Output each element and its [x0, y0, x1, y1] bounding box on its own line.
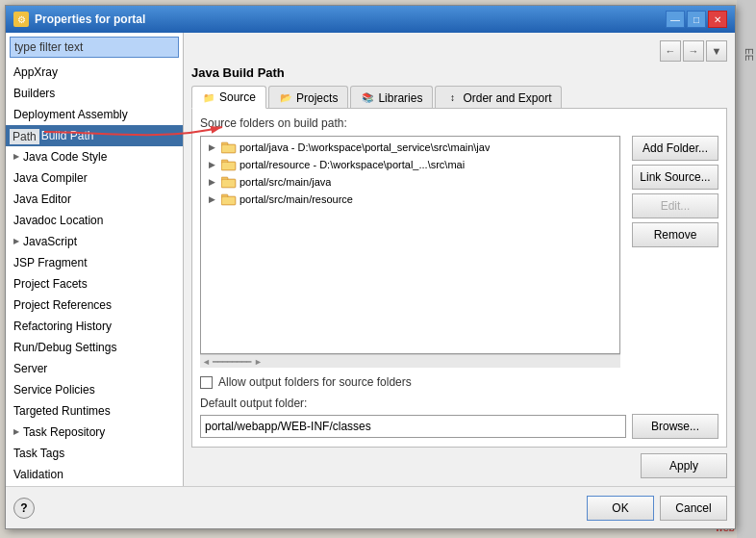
- tab-projects[interactable]: 📂Projects: [268, 86, 348, 109]
- sidebar-item[interactable]: Project Facets: [6, 273, 183, 295]
- sidebar-item[interactable]: Java Code Style: [6, 146, 183, 167]
- list-side: ▶ portal/java - D:\workspace\portal_serv…: [200, 136, 620, 368]
- sidebar-item[interactable]: Deployment Assembly: [6, 104, 183, 125]
- tab-icon: 📂: [279, 91, 292, 105]
- folder-icon: [221, 158, 237, 171]
- list-item[interactable]: ▶ portal/src/main/java: [201, 173, 619, 191]
- sidebar-item[interactable]: Task Tags: [6, 443, 183, 464]
- allow-output-folders-row: Allow output folders for source folders: [200, 375, 718, 389]
- cancel-button[interactable]: Cancel: [660, 496, 727, 521]
- svg-rect-8: [222, 180, 235, 187]
- right-buttons: Add Folder... Link Source... Edit... Rem…: [632, 136, 718, 368]
- sidebar-item[interactable]: Web Content Settings: [6, 485, 183, 486]
- tab-bar: 📁Source📂Projects📚Libraries↕Order and Exp…: [191, 86, 727, 109]
- sidebar-item[interactable]: Task Repository: [6, 422, 183, 443]
- content-area: ← → ▼ Java Build Path 📁Source📂Projects📚L…: [184, 33, 735, 486]
- minimize-button[interactable]: —: [666, 11, 685, 28]
- window-icon: ⚙: [13, 12, 29, 27]
- svg-rect-11: [222, 197, 235, 204]
- ok-button[interactable]: OK: [587, 496, 654, 521]
- sidebar-item[interactable]: JSP Fragment: [6, 252, 183, 273]
- apply-button[interactable]: Apply: [641, 453, 727, 478]
- svg-rect-4: [221, 160, 228, 163]
- nav-dropdown-button[interactable]: ▼: [706, 40, 727, 62]
- tree-expand-icon: ▶: [205, 175, 218, 189]
- list-item[interactable]: ▶ portal/resource - D:\workspace\portal_…: [201, 156, 619, 173]
- tab-panel: Source folders on build path: ▶ portal/j…: [191, 108, 727, 448]
- right-edge-panel: EE: [737, 0, 756, 538]
- dialog-footer: ? OK Cancel: [6, 486, 735, 528]
- source-item-text: portal/resource - D:\workspace\portal_..…: [239, 159, 465, 170]
- dialog-body: AppXrayBuildersDeployment AssemblyJava B…: [6, 33, 735, 486]
- add-folder-button[interactable]: Add Folder...: [632, 136, 718, 161]
- properties-dialog: ⚙ Properties for portal — □ ✕ AppXrayBui…: [5, 5, 736, 529]
- allow-output-checkbox[interactable]: [200, 376, 213, 389]
- svg-rect-7: [221, 177, 228, 180]
- help-button[interactable]: ?: [13, 498, 35, 519]
- link-source-button[interactable]: Link Source...: [632, 165, 718, 190]
- window-title: Properties for portal: [35, 13, 666, 26]
- sidebar-item[interactable]: AppXray: [6, 62, 183, 83]
- list-and-buttons: ▶ portal/java - D:\workspace\portal_serv…: [200, 136, 718, 368]
- tab-icon: 📚: [361, 91, 374, 105]
- sidebar-item[interactable]: Java Compiler: [6, 167, 183, 189]
- sidebar-item[interactable]: Java Editor: [6, 189, 183, 210]
- source-item-text: portal/src/main/java: [239, 176, 331, 188]
- sidebar-item[interactable]: Builders: [6, 83, 183, 104]
- svg-rect-5: [222, 163, 235, 169]
- sidebar-item[interactable]: Project References: [6, 295, 183, 316]
- browse-button[interactable]: Browse...: [632, 414, 718, 439]
- source-item-text: portal/java - D:\workspace\portal_servic…: [239, 141, 490, 153]
- tab-icon: 📁: [202, 90, 215, 104]
- filter-input[interactable]: [10, 37, 179, 58]
- forward-button[interactable]: →: [683, 40, 704, 62]
- sidebar-item[interactable]: Java Build Path: [6, 125, 183, 146]
- output-section: Default output folder: Browse...: [200, 397, 718, 439]
- section-title: Java Build Path: [191, 65, 727, 80]
- svg-rect-1: [221, 142, 228, 145]
- footer-right: OK Cancel: [587, 496, 727, 521]
- folder-icon: [221, 192, 237, 206]
- tab-source[interactable]: 📁Source: [191, 86, 266, 109]
- svg-rect-2: [222, 145, 235, 152]
- sidebar-item[interactable]: Server: [6, 358, 183, 379]
- tab-order-and-export[interactable]: ↕Order and Export: [435, 86, 562, 109]
- svg-rect-10: [221, 194, 228, 197]
- list-item[interactable]: ▶ portal/java - D:\workspace\portal_serv…: [201, 139, 619, 156]
- horizontal-scrollbar[interactable]: ◄ ━━━━━━━━ ►: [200, 354, 620, 368]
- sidebar-item[interactable]: Refactoring History: [6, 316, 183, 337]
- sidebar-item[interactable]: Service Policies: [6, 379, 183, 400]
- source-list: ▶ portal/java - D:\workspace\portal_serv…: [201, 137, 619, 353]
- back-button[interactable]: ←: [660, 40, 681, 62]
- sidebar-item[interactable]: JavaScript: [6, 231, 183, 252]
- edit-button[interactable]: Edit...: [632, 193, 718, 218]
- folder-icon: [221, 175, 237, 189]
- sidebar-item[interactable]: Validation: [6, 464, 183, 485]
- sidebar-inner: AppXrayBuildersDeployment AssemblyJava B…: [6, 62, 183, 486]
- remove-button[interactable]: Remove: [632, 222, 718, 247]
- output-folder-input[interactable]: [200, 415, 626, 438]
- folder-icon: [221, 141, 237, 154]
- list-item[interactable]: ▶ portal/src/main/resource: [201, 191, 619, 208]
- title-bar: ⚙ Properties for portal — □ ✕: [6, 6, 735, 33]
- sidebar-item[interactable]: Javadoc Location: [6, 210, 183, 231]
- source-list-container[interactable]: ▶ portal/java - D:\workspace\portal_serv…: [200, 136, 620, 354]
- source-item-text: portal/src/main/resource: [239, 193, 353, 205]
- tab-icon: ↕: [445, 91, 459, 105]
- tree-expand-icon: ▶: [205, 141, 218, 154]
- output-folder-label: Default output folder:: [200, 397, 718, 410]
- tab-libraries[interactable]: 📚Libraries: [350, 86, 433, 109]
- sidebar: AppXrayBuildersDeployment AssemblyJava B…: [6, 33, 184, 486]
- close-button[interactable]: ✕: [708, 11, 727, 28]
- nav-arrows: ← → ▼: [191, 40, 727, 62]
- title-bar-controls: — □ ✕: [666, 11, 727, 28]
- panel-label: Source folders on build path:: [200, 116, 718, 130]
- sidebar-item[interactable]: Run/Debug Settings: [6, 337, 183, 358]
- maximize-button[interactable]: □: [687, 11, 706, 28]
- tree-expand-icon: ▶: [205, 158, 218, 171]
- allow-output-label: Allow output folders for source folders: [218, 375, 412, 389]
- footer-left: ?: [13, 498, 35, 519]
- tree-expand-icon: ▶: [205, 192, 218, 206]
- apply-row: Apply: [191, 453, 727, 478]
- sidebar-item[interactable]: Targeted Runtimes: [6, 400, 183, 422]
